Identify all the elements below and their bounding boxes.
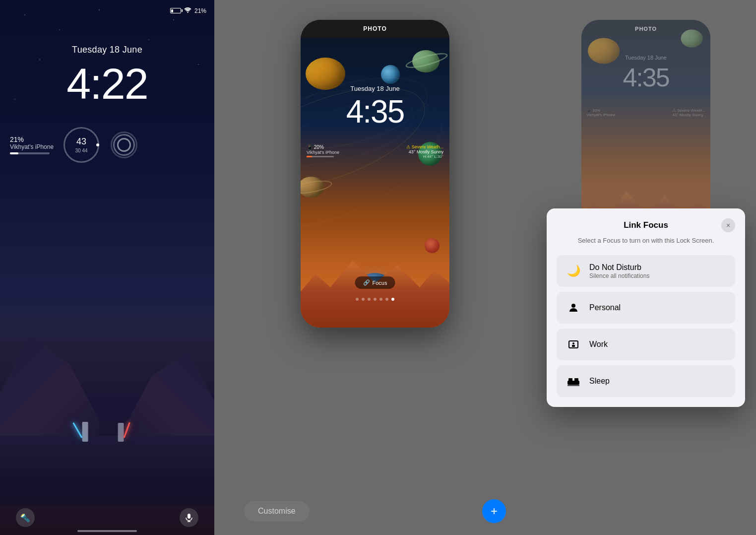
phone-frame: PHOTO Tuesday 18 June 4: (301, 20, 449, 328)
customise-button[interactable]: Customise (244, 501, 310, 522)
svg-point-0 (187, 11, 188, 12)
svg-rect-1 (188, 514, 190, 519)
lockscreen-time: 4:22 (0, 59, 214, 109)
link-focus-dialog: Link Focus × Select a Focus to turn on w… (547, 208, 745, 407)
battery-status (170, 8, 181, 13)
battery-body (170, 8, 181, 13)
add-button[interactable]: + (482, 499, 506, 523)
panel3-bg-date: Tuesday 18 June (625, 55, 667, 61)
phone-battery-bar-fill (307, 156, 312, 157)
lightsaber-figures (82, 422, 124, 442)
steps-widget: 43 30 44 (62, 125, 101, 165)
phone-time: 4:35 (301, 93, 449, 130)
dot-6 (385, 298, 388, 301)
phone-weather-widget: ⚠ Severe Weath... 43° Mostly Sunny H:44°… (406, 144, 443, 159)
work-text: Work (589, 340, 608, 349)
steps-circle: 43 30 44 (63, 127, 99, 163)
svg-rect-14 (574, 378, 578, 382)
dialog-title: Link Focus (570, 220, 721, 230)
phone-battery-pct: 📱 20% (307, 144, 339, 150)
phone-battery-name: Vikhyat's iPhone (307, 150, 339, 155)
dot-2 (362, 298, 365, 301)
page-dots (356, 298, 394, 301)
landscape (0, 257, 214, 505)
phone-battery-widget: 📱 20% Vikhyat's iPhone (307, 144, 339, 159)
dot-3 (368, 298, 371, 301)
lockscreen-date: Tuesday 18 June (0, 45, 214, 55)
sleep-icon (565, 372, 582, 390)
target-widget (109, 130, 139, 160)
sleep-text: Sleep (589, 377, 610, 386)
panel2-lockscreen-edit: PHOTO Tuesday 18 June 4: (214, 0, 536, 535)
svg-rect-13 (568, 378, 572, 382)
dot-1 (356, 298, 359, 301)
widgets-row: 21% Vikhyat's iPhone 43 30 44 (10, 125, 204, 165)
dnd-text: Do Not Disturb Silence all notifications (589, 263, 649, 279)
dot-7 (391, 298, 394, 301)
figure-jedi (82, 422, 88, 442)
focus-option-work[interactable]: Work (557, 329, 735, 360)
panel3-bg-widgets: 📱 20%Vikhyat's iPhone ⚠ Severe Weath...4… (586, 108, 705, 117)
svg-point-8 (571, 304, 575, 308)
focus-option-dnd[interactable]: 🌙 Do Not Disturb Silence all notificatio… (557, 255, 735, 287)
phone-battery-bar (307, 156, 334, 157)
dialog-header: Link Focus × (557, 218, 735, 232)
link-icon: 🔗 (363, 279, 370, 286)
photo-label: PHOTO (301, 20, 449, 38)
personal-icon (565, 299, 582, 317)
dnd-subtitle: Silence all notifications (589, 272, 649, 279)
dot-4 (374, 298, 377, 301)
wifi-icon (184, 7, 191, 14)
panel3-link-focus: PHOTO Tuesday 18 June 4:35 📱 20%Vikhyat'… (536, 0, 756, 535)
ground (0, 436, 214, 475)
steps-dot (96, 143, 99, 146)
microphone-icon[interactable] (180, 508, 198, 527)
lockscreen-bottom-controls: 🔦 (0, 508, 214, 527)
battery-widget-bar-fill (10, 152, 18, 154)
dialog-close-button[interactable]: × (721, 218, 735, 232)
battery-widget: 21% Vikhyat's iPhone (10, 135, 54, 154)
phone-widgets: 📱 20% Vikhyat's iPhone ⚠ Severe Weath...… (307, 144, 443, 159)
personal-text: Personal (589, 303, 621, 312)
phone-weather-hl: H:44° L:30° (406, 154, 443, 159)
steps-number: 43 (76, 136, 86, 147)
battery-widget-bar (10, 152, 50, 154)
dnd-icon: 🌙 (565, 262, 582, 280)
phone-weather-alert: ⚠ Severe Weath... (406, 144, 443, 149)
battery-widget-pct: 21% (10, 135, 54, 143)
phone-screen: Tuesday 18 June 4:35 📱 20% Vikhyat's iPh… (301, 38, 449, 328)
work-name: Work (589, 340, 608, 349)
focus-option-sleep[interactable]: Sleep (557, 365, 735, 397)
dialog-subtitle: Select a Focus to turn on with this Lock… (557, 236, 735, 245)
panel3-bg-time: 4:35 (623, 63, 669, 92)
sleep-name: Sleep (589, 377, 610, 386)
svg-rect-11 (572, 345, 575, 347)
bg-planet-jupiter (588, 38, 620, 64)
battery-widget-name: Vikhyat's iPhone (10, 143, 54, 150)
personal-name: Personal (589, 303, 621, 312)
focus-option-personal[interactable]: Personal (557, 292, 735, 324)
bg-planet-saturn (681, 30, 703, 48)
focus-button[interactable]: 🔗 Focus (355, 276, 395, 289)
home-indicator[interactable] (77, 530, 137, 532)
svg-rect-15 (567, 385, 579, 386)
panel3-photo-label: PHOTO (635, 26, 657, 32)
steps-sub: 30 44 (75, 148, 88, 153)
panel1-lockscreen: 21% Tuesday 18 June 4:22 21% Vikhyat's i… (0, 0, 214, 535)
dot-5 (379, 298, 382, 301)
phone-date: Tuesday 18 June (301, 85, 449, 92)
phone-weather-temp: 43° Mostly Sunny (406, 149, 443, 154)
flashlight-icon[interactable]: 🔦 (16, 508, 35, 527)
battery-percent-status: 21% (194, 7, 206, 14)
panel3-bg-weather: ⚠ Severe Weath...43° Mostly Sunny (673, 108, 705, 117)
phone-battery-icon: 📱 (307, 144, 313, 150)
target-rings (111, 132, 137, 158)
panel3-bg-battery: 📱 20%Vikhyat's iPhone (586, 108, 616, 117)
work-icon (565, 335, 582, 353)
focus-label: Focus (373, 280, 387, 286)
status-bar: 21% (170, 7, 206, 14)
edit-controls: Customise + (214, 499, 536, 523)
svg-point-10 (572, 342, 574, 344)
dnd-name: Do Not Disturb (589, 263, 649, 272)
figure-sith (118, 423, 124, 442)
